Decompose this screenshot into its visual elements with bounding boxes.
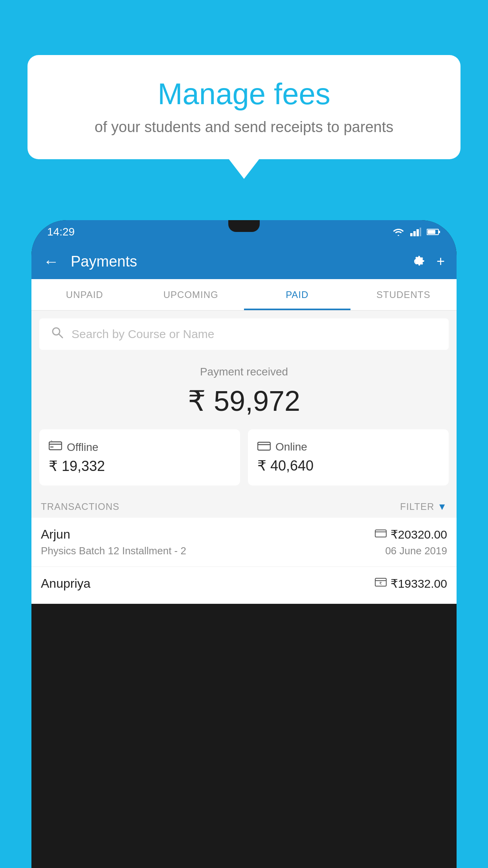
offline-amount: ₹ 19,332 [49,458,231,474]
payment-received-section: Payment received ₹ 59,972 [31,350,457,429]
filter-label: FILTER [400,501,434,512]
svg-rect-5 [438,231,440,233]
svg-rect-0 [410,233,413,236]
transaction-amount-container: ₹20320.00 [375,528,447,541]
transaction-amount-container: ₹ ₹19332.00 [375,577,447,590]
transaction-row-bottom: Physics Batch 12 Installment - 2 06 June… [41,545,447,557]
online-label: Online [275,441,307,453]
app-content: Search by Course or Name Payment receive… [31,311,457,604]
speech-bubble-container: Manage fees of your students and send re… [28,55,460,159]
phone-notch [228,220,260,232]
filter-button[interactable]: FILTER ▼ [400,501,447,512]
svg-rect-1 [413,231,416,236]
signal-icon [410,228,421,236]
offline-label: Offline [67,441,98,454]
tab-students[interactable]: STUDENTS [350,279,457,310]
offline-card-header: ₹ Offline [49,440,231,454]
speech-bubble: Manage fees of your students and send re… [28,55,460,159]
online-card-header: Online [257,440,439,454]
tab-paid[interactable]: PAID [244,279,350,310]
online-card: Online ₹ 40,640 [248,429,449,485]
svg-rect-9 [49,442,62,450]
bubble-subtitle: of your students and send receipts to pa… [51,119,437,136]
transaction-amount: ₹20320.00 [391,528,447,541]
svg-rect-6 [427,230,435,234]
transaction-row[interactable]: Anupriya ₹ ₹19332.00 [31,567,457,604]
tab-upcoming[interactable]: UPCOMING [138,279,244,310]
svg-rect-3 [420,228,421,236]
transactions-header: TRANSACTIONS FILTER ▼ [31,493,457,518]
payment-received-label: Payment received [39,366,449,378]
transaction-amount: ₹19332.00 [391,577,447,590]
status-time: 14:29 [47,226,75,238]
app-header: ← Payments + [31,244,457,279]
svg-rect-2 [416,229,419,236]
header-icons: + [409,253,445,270]
online-icon [257,440,271,454]
svg-text:₹: ₹ [379,581,382,586]
svg-rect-13 [258,442,270,450]
status-icons [392,228,441,236]
transaction-course: Physics Batch 12 Installment - 2 [41,545,186,557]
svg-rect-15 [375,530,386,537]
payment-received-amount: ₹ 59,972 [39,384,449,417]
wifi-icon [392,228,405,236]
online-amount: ₹ 40,640 [257,458,439,474]
back-button[interactable]: ← [43,253,59,270]
header-title: Payments [71,253,401,270]
transaction-row-top: Arjun ₹20320.00 [41,527,447,542]
transaction-name: Arjun [41,527,70,542]
tab-unpaid[interactable]: UNPAID [31,279,138,310]
phone-frame: 14:29 ← Payments [31,220,457,868]
add-button[interactable]: + [437,253,445,270]
svg-text:₹: ₹ [50,440,53,442]
transaction-name: Anupriya [41,576,90,591]
offline-icon: ₹ [49,440,62,454]
offline-card: ₹ Offline ₹ 19,332 [39,429,240,485]
payment-cards: ₹ Offline ₹ 19,332 Online [31,429,457,493]
transaction-row-top: Anupriya ₹ ₹19332.00 [41,576,447,591]
offline-payment-icon: ₹ [375,577,387,590]
card-payment-icon [375,528,387,541]
transaction-date: 06 June 2019 [385,545,447,557]
search-icon [51,326,64,342]
search-bar[interactable]: Search by Course or Name [39,318,449,350]
svg-line-8 [59,334,62,338]
settings-icon[interactable] [409,254,425,269]
transactions-label: TRANSACTIONS [41,501,119,512]
transaction-row[interactable]: Arjun ₹20320.00 Physics Batch 12 Install… [31,518,457,567]
battery-icon [427,228,441,235]
filter-icon: ▼ [437,501,447,512]
search-placeholder: Search by Course or Name [72,327,215,341]
tabs-bar: UNPAID UPCOMING PAID STUDENTS [31,279,457,311]
bubble-title: Manage fees [51,77,437,111]
